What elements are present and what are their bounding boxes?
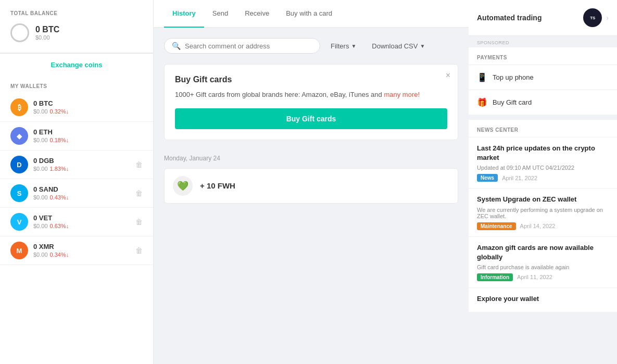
- wallet-delete-sand[interactable]: 🗑: [135, 189, 143, 197]
- tab-receive[interactable]: Receive: [236, 0, 278, 28]
- news-badge-2: Information: [477, 273, 513, 281]
- news-title-2: Amazon gift cards are now available glob…: [477, 243, 609, 262]
- news-section: NEWS CENTER Last 24h price updates on th…: [469, 120, 617, 312]
- news-item-1[interactable]: System Upgrade on ZEC wallet We are curr…: [469, 188, 617, 236]
- buy-gift-cards-button[interactable]: Buy Gift cards: [175, 108, 447, 129]
- news-item-2[interactable]: Amazon gift cards are now available glob…: [469, 236, 617, 287]
- balance-info: 0 BTC $0.00: [35, 25, 59, 41]
- transaction-row: 💚 + 10 FWH: [164, 168, 458, 204]
- wallet-name-xmr: 0 XMR: [33, 243, 135, 250]
- coin-icon-eth: ◆: [10, 127, 28, 145]
- gift-icon: 🎁: [477, 97, 487, 107]
- banner-title: Buy Gift cards: [175, 75, 447, 84]
- tab-send[interactable]: Send: [204, 0, 236, 28]
- btc-amount: 0 BTC: [35, 25, 59, 34]
- search-input[interactable]: [185, 42, 312, 50]
- banner-text-highlight: many more!: [384, 91, 420, 98]
- wallet-change-vet: 0.63%↓: [50, 223, 69, 229]
- news-footer-0: News April 21, 2022: [477, 174, 609, 182]
- wallet-item-xmr[interactable]: M 0 XMR $0.000.34%↓ 🗑: [0, 236, 153, 265]
- total-balance-section: TOTAL BALANCE 0 BTC $0.00: [0, 0, 153, 53]
- news-footer-1: Maintenance April 14, 2022: [477, 222, 609, 230]
- wallet-info-dgb: 0 DGB $0.001.83%↓: [33, 157, 135, 172]
- tab-history[interactable]: History: [164, 0, 204, 28]
- wallet-usd-btc: $0.00: [33, 108, 48, 115]
- news-item-0[interactable]: Last 24h price updates on the crypto mar…: [469, 137, 617, 188]
- payments-label: PAYMENTS: [469, 47, 617, 65]
- wallet-usd-eth: $0.00: [33, 137, 48, 143]
- wallet-item-btc[interactable]: ₿ 0 BTC $0.000.32%↓: [0, 93, 153, 122]
- top-up-phone-label: Top up phone: [493, 73, 534, 81]
- news-date-1: April 14, 2022: [520, 223, 556, 229]
- wallet-change-eth: 0.18%↓: [50, 137, 69, 143]
- coin-icon-dgb: D: [10, 156, 28, 173]
- gift-card-banner: × Buy Gift cards 1000+ Gift cards from g…: [164, 64, 458, 140]
- filters-label: Filters: [331, 42, 349, 50]
- exchange-coins-button[interactable]: Exchange coins: [0, 53, 153, 76]
- wallet-item-vet[interactable]: V 0 VET $0.000.63%↓ 🗑: [0, 208, 153, 236]
- download-label: Download CSV: [372, 42, 418, 50]
- news-list: Last 24h price updates on the crypto mar…: [469, 137, 617, 312]
- wallet-item-dgb[interactable]: D 0 DGB $0.001.83%↓ 🗑: [0, 150, 153, 179]
- btc-circle-icon: [10, 23, 29, 42]
- wallet-item-eth[interactable]: ◆ 0 ETH $0.000.18%↓: [0, 122, 153, 150]
- filters-chevron-icon: ▼: [351, 43, 356, 49]
- news-date-0: April 21, 2022: [502, 175, 537, 181]
- wallet-info-xmr: 0 XMR $0.000.34%↓: [33, 243, 135, 258]
- chevron-right-icon: ›: [606, 14, 609, 22]
- wallet-usd-vet: $0.00: [33, 223, 48, 229]
- main-panel: History Send Receive Buy with a card 🔍 F…: [154, 0, 469, 364]
- coin-icon-xmr: M: [10, 242, 28, 259]
- wallet-usd-sand: $0.00: [33, 194, 48, 200]
- wallet-delete-dgb[interactable]: 🗑: [135, 160, 143, 169]
- wallet-usd-dgb: $0.00: [33, 166, 48, 172]
- main-content: 🔍 Filters ▼ Download CSV ▼ × Buy Gift ca…: [154, 28, 469, 364]
- my-wallets-section: MY WALLETS ₿ 0 BTC $0.000.32%↓ ◆ 0 ETH $…: [0, 76, 153, 364]
- wallet-name-btc: 0 BTC: [33, 99, 143, 107]
- news-date-2: April 11, 2022: [517, 274, 552, 280]
- btc-usd: $0.00: [35, 34, 59, 41]
- phone-icon: 📱: [477, 72, 487, 82]
- news-badge-1: Maintenance: [477, 222, 516, 230]
- total-balance-label: TOTAL BALANCE: [10, 10, 143, 16]
- auto-trading-right: TS ›: [583, 8, 609, 27]
- automated-trading-section[interactable]: Automated trading TS ›: [469, 0, 617, 36]
- download-csv-button[interactable]: Download CSV ▼: [367, 39, 430, 53]
- wallet-usd-xmr: $0.00: [33, 252, 48, 258]
- news-title-0: Last 24h price updates on the crypto mar…: [477, 144, 609, 162]
- buy-gift-card-item[interactable]: 🎁 Buy Gift card: [469, 90, 617, 115]
- wallet-item-sand[interactable]: S 0 SAND $0.000.43%↓ 🗑: [0, 179, 153, 208]
- coin-icon-sand: S: [10, 184, 28, 202]
- top-up-phone-item[interactable]: 📱 Top up phone: [469, 65, 617, 90]
- tab-buy-card[interactable]: Buy with a card: [278, 0, 341, 28]
- search-icon: 🔍: [172, 42, 181, 50]
- wallet-name-eth: 0 ETH: [33, 128, 143, 136]
- banner-text: 1000+ Gift cards from global brands here…: [175, 90, 447, 100]
- date-separator: Monday, January 24: [164, 150, 458, 168]
- transaction-icon: 💚: [173, 176, 193, 196]
- wallet-delete-vet[interactable]: 🗑: [135, 218, 143, 226]
- search-box[interactable]: 🔍: [164, 38, 320, 54]
- filters-button[interactable]: Filters ▼: [325, 39, 361, 53]
- news-subtitle-0: Updated at 09:10 AM UTC 04/21/2022: [477, 165, 609, 171]
- balance-row: 0 BTC $0.00: [10, 23, 143, 42]
- news-footer-2: Information April 11, 2022: [477, 273, 609, 281]
- banner-close-button[interactable]: ×: [446, 71, 450, 80]
- wallet-info-eth: 0 ETH $0.000.18%↓: [33, 128, 143, 144]
- wallet-name-dgb: 0 DGB: [33, 157, 135, 165]
- wallet-change-dgb: 1.83%↓: [50, 166, 69, 172]
- transaction-amount: + 10 FWH: [200, 181, 235, 190]
- wallet-delete-xmr[interactable]: 🗑: [135, 246, 143, 255]
- tabs-bar: History Send Receive Buy with a card: [154, 0, 469, 28]
- sponsored-label: SPONSORED: [469, 36, 617, 47]
- news-subtitle-2: Gift card purchase is available again: [477, 264, 609, 270]
- coin-icon-vet: V: [10, 213, 28, 231]
- news-title-1: System Upgrade on ZEC wallet: [477, 195, 609, 204]
- payments-section: PAYMENTS 📱 Top up phone 🎁 Buy Gift card: [469, 47, 617, 115]
- right-panel: Automated trading TS › SPONSORED PAYMENT…: [469, 0, 617, 364]
- news-item-3[interactable]: Explore your wallet: [469, 287, 617, 312]
- wallet-change-xmr: 0.34%↓: [50, 252, 69, 258]
- search-filters-row: 🔍 Filters ▼ Download CSV ▼: [164, 38, 458, 54]
- news-badge-0: News: [477, 174, 498, 182]
- news-label: NEWS CENTER: [469, 120, 617, 137]
